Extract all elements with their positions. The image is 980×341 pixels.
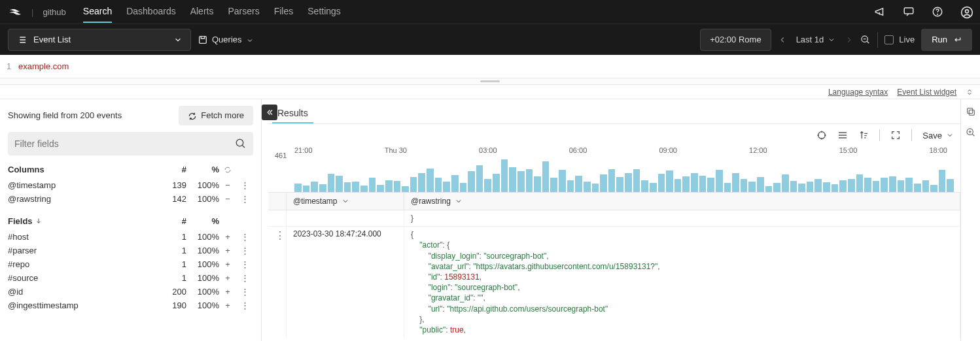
histogram-bar[interactable] (319, 184, 326, 192)
histogram-bar[interactable] (773, 183, 780, 192)
histogram-bar[interactable] (418, 173, 425, 192)
nav-settings[interactable]: Settings (307, 1, 341, 23)
add-icon[interactable]: + (219, 246, 236, 255)
add-icon[interactable]: + (219, 300, 236, 310)
histogram-bar[interactable] (360, 186, 368, 192)
announcement-icon[interactable] (874, 6, 886, 18)
zoom-in-icon[interactable] (966, 127, 976, 138)
histogram-bar[interactable] (724, 183, 731, 192)
histogram-chart[interactable]: 461 21:00Thu 3003:0006:0009:0012:0015:00… (268, 146, 960, 192)
nav-search[interactable]: Search (83, 1, 112, 23)
histogram-bar[interactable] (377, 185, 384, 192)
histogram-bar[interactable] (303, 186, 310, 192)
fullscreen-icon[interactable] (890, 130, 901, 141)
histogram-bar[interactable] (864, 178, 871, 192)
histogram-bar[interactable] (823, 182, 830, 192)
fetch-more-button[interactable]: Fetch more (179, 106, 253, 125)
resizer-handle[interactable] (0, 78, 980, 85)
histogram-bar[interactable] (848, 179, 855, 192)
histogram-bar[interactable] (922, 180, 930, 192)
histogram-bar[interactable] (716, 170, 723, 192)
histogram-bar[interactable] (748, 182, 756, 192)
histogram-bar[interactable] (898, 180, 905, 192)
more-icon[interactable]: ⋮ (236, 232, 253, 242)
histogram-bar[interactable] (856, 174, 864, 192)
add-icon[interactable]: + (219, 273, 236, 283)
histogram-bar[interactable] (584, 182, 591, 192)
histogram-bar[interactable] (600, 174, 607, 192)
save-menu[interactable]: Save (922, 131, 954, 140)
histogram-bar[interactable] (757, 177, 764, 192)
copy-icon[interactable] (966, 106, 976, 117)
histogram-bar[interactable] (402, 186, 409, 192)
nav-files[interactable]: Files (274, 1, 294, 23)
histogram-bar[interactable] (460, 183, 467, 192)
histogram-bar[interactable] (542, 161, 550, 192)
user-avatar-icon[interactable] (960, 6, 972, 18)
histogram-bar[interactable] (939, 170, 946, 192)
filter-input[interactable] (14, 138, 235, 149)
crosshair-icon[interactable] (816, 130, 827, 141)
histogram-bar[interactable] (352, 182, 359, 192)
histogram-bar[interactable] (947, 179, 954, 192)
more-icon[interactable]: ⋮ (236, 273, 253, 283)
language-syntax-link[interactable]: Language syntax (828, 88, 888, 97)
histogram-bar[interactable] (666, 170, 673, 192)
remove-icon[interactable]: − (219, 194, 236, 204)
table-row[interactable]: ⋮ 2023-03-30 18:47:24.000 { "actor": { "… (268, 227, 960, 338)
more-icon[interactable]: ⋮ (236, 287, 253, 297)
histogram-bar[interactable] (674, 179, 682, 192)
histogram-bar[interactable] (468, 171, 475, 192)
histogram-bar[interactable] (435, 178, 442, 192)
fields-title[interactable]: Fields (8, 216, 154, 226)
filter-fields-input[interactable] (8, 132, 253, 155)
histogram-bar[interactable] (814, 179, 822, 192)
histogram-bar[interactable] (410, 177, 417, 192)
histogram-bar[interactable] (741, 179, 748, 192)
histogram-bar[interactable] (699, 176, 707, 192)
add-icon[interactable]: + (219, 259, 236, 269)
column-row[interactable]: @timestamp 139 100% − ⋮ (8, 178, 253, 192)
time-next[interactable] (845, 35, 854, 45)
histogram-bar[interactable] (336, 176, 343, 192)
histogram-bar[interactable] (625, 173, 632, 192)
histogram-bar[interactable] (575, 176, 582, 192)
add-icon[interactable]: + (219, 287, 236, 297)
histogram-bar[interactable] (476, 165, 483, 192)
histogram-bar[interactable] (311, 182, 318, 192)
add-icon[interactable]: + (219, 232, 236, 242)
more-icon[interactable]: ⋮ (236, 246, 253, 255)
histogram-bar[interactable] (889, 176, 896, 192)
histogram-bar[interactable] (633, 169, 640, 192)
histogram-bar[interactable] (592, 184, 599, 192)
expand-icon[interactable] (966, 88, 973, 97)
nav-alerts[interactable]: Alerts (190, 1, 214, 23)
histogram-bar[interactable] (650, 183, 657, 192)
field-row[interactable]: #parser 1 100% + ⋮ (8, 244, 253, 257)
histogram-bar[interactable] (294, 184, 302, 192)
view-select[interactable]: Event List (8, 29, 191, 51)
sort-icon[interactable] (858, 130, 869, 141)
histogram-bar[interactable] (839, 180, 847, 192)
histogram-bar[interactable] (328, 174, 335, 192)
event-list-widget-link[interactable]: Event List widget (897, 88, 956, 97)
histogram-bar[interactable] (501, 159, 508, 192)
histogram-bar[interactable] (534, 176, 541, 192)
histogram-bar[interactable] (443, 182, 450, 192)
histogram-bar[interactable] (344, 182, 351, 192)
query-editor[interactable]: 1 example.com (0, 55, 980, 78)
histogram-bar[interactable] (707, 178, 714, 192)
histogram-bar[interactable] (873, 181, 880, 192)
row-menu-icon[interactable]: ⋮ (275, 230, 285, 241)
nav-parsers[interactable]: Parsers (228, 1, 259, 23)
histogram-bar[interactable] (905, 178, 913, 192)
histogram-bar[interactable] (930, 185, 937, 192)
field-row[interactable]: @ingesttimestamp 190 100% + ⋮ (8, 299, 253, 312)
zoom-out-icon[interactable] (860, 34, 871, 45)
collapse-sidebar-button[interactable] (262, 105, 277, 120)
histogram-bar[interactable] (550, 178, 557, 192)
histogram-bar[interactable] (517, 171, 525, 192)
histogram-bar[interactable] (807, 182, 814, 192)
histogram-bar[interactable] (798, 184, 805, 192)
histogram-bar[interactable] (658, 174, 665, 192)
